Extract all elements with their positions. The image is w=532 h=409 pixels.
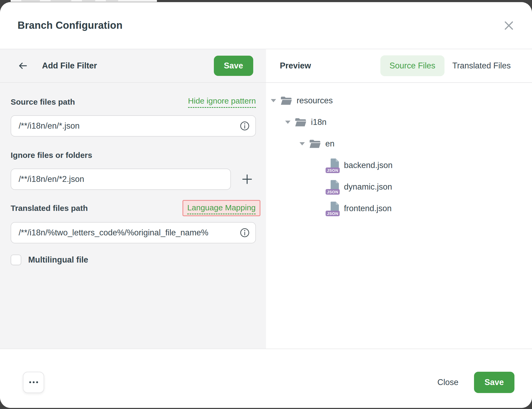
preview-tabs: Source Files Translated Files: [380, 55, 511, 76]
preview-header: Preview Source Files Translated Files: [266, 49, 532, 83]
preview-panel: Preview Source Files Translated Files re…: [266, 49, 532, 349]
ignore-pattern-input[interactable]: [11, 169, 231, 190]
source-files-field: Source files path Hide ignore pattern: [11, 95, 256, 137]
file-tree: resourcesi18nenJSONbackend.jsonJSONdynam…: [266, 83, 532, 219]
save-filter-button[interactable]: Save: [214, 56, 253, 76]
background-page-peek: [11, 0, 157, 2]
modal-main: Add File Filter Save Source files path H…: [0, 49, 532, 349]
more-options-button[interactable]: [23, 372, 44, 393]
ignore-files-label: Ignore files or folders: [11, 151, 92, 160]
ellipsis-icon: [29, 381, 31, 383]
tree-item-label: i18n: [311, 117, 327, 127]
ellipsis-icon: [36, 381, 38, 383]
caret-down-icon[interactable]: [271, 99, 276, 102]
info-icon[interactable]: [239, 227, 250, 238]
caret-down-icon[interactable]: [285, 121, 290, 124]
panel-title: Add File Filter: [42, 61, 97, 71]
source-files-path-input[interactable]: [11, 115, 256, 137]
json-file-icon: JSON: [328, 180, 339, 194]
tree-item-en[interactable]: en: [266, 133, 532, 154]
tree-item-frontend-json[interactable]: JSONfrontend.json: [266, 198, 532, 219]
multilingual-file-row[interactable]: Multilingual file: [11, 255, 256, 265]
folder-open-icon: [281, 96, 292, 105]
translated-files-path-input[interactable]: [11, 222, 256, 243]
file-filter-panel: Add File Filter Save Source files path H…: [0, 49, 266, 349]
json-badge: JSON: [326, 211, 340, 216]
tree-item-label: frontend.json: [344, 204, 392, 213]
hide-ignore-pattern-link[interactable]: Hide ignore pattern: [188, 96, 256, 108]
close-button[interactable]: Close: [437, 378, 458, 387]
tree-item-dynamic-json[interactable]: JSONdynamic.json: [266, 176, 532, 198]
back-arrow-icon[interactable]: [18, 60, 28, 71]
tab-translated-files[interactable]: Translated Files: [452, 55, 511, 76]
ignore-files-field: Ignore files or folders: [11, 148, 256, 190]
add-ignore-pattern-button[interactable]: [239, 171, 255, 187]
folder-open-icon: [309, 139, 321, 148]
preview-title: Preview: [280, 61, 311, 71]
close-icon[interactable]: [501, 18, 517, 33]
info-icon[interactable]: [239, 121, 250, 131]
peek-fragment: [82, 0, 95, 1]
tree-item-label: en: [325, 139, 334, 149]
tree-item-label: backend.json: [344, 161, 393, 170]
caret-down-icon[interactable]: [300, 142, 305, 145]
language-mapping-highlight: Language Mapping: [182, 200, 260, 216]
tree-item-backend-json[interactable]: JSONbackend.json: [266, 154, 532, 176]
json-badge: JSON: [326, 167, 340, 173]
tree-item-label: dynamic.json: [344, 182, 392, 192]
json-file-icon: JSON: [328, 158, 339, 172]
save-button[interactable]: Save: [474, 372, 514, 393]
branch-configuration-modal: Branch Configuration Add File Filter Sav…: [0, 2, 532, 408]
tab-source-files[interactable]: Source Files: [380, 55, 444, 76]
translated-files-field: Translated files path Language Mapping: [11, 200, 256, 243]
multilingual-file-checkbox[interactable]: [11, 255, 21, 265]
tree-item-label: resources: [297, 96, 333, 105]
json-badge: JSON: [326, 189, 340, 195]
translated-files-path-label: Translated files path: [11, 204, 88, 213]
folder-open-icon: [295, 118, 306, 127]
tree-item-i18n[interactable]: i18n: [266, 111, 532, 133]
modal-title: Branch Configuration: [18, 20, 123, 31]
language-mapping-link[interactable]: Language Mapping: [187, 203, 256, 214]
peek-fragment: [21, 0, 40, 1]
peek-fragment: [51, 0, 71, 1]
peek-fragment: [106, 0, 118, 1]
modal-title-bar: Branch Configuration: [0, 2, 532, 49]
ellipsis-icon: [33, 381, 35, 383]
tree-item-resources[interactable]: resources: [266, 90, 532, 111]
json-file-icon: JSON: [328, 202, 339, 215]
source-files-path-label: Source files path: [11, 97, 75, 107]
file-filter-form: Source files path Hide ignore pattern: [0, 83, 266, 265]
modal-footer: Close Save: [0, 349, 532, 408]
multilingual-file-label: Multilingual file: [28, 255, 88, 265]
file-filter-header: Add File Filter Save: [0, 49, 266, 83]
